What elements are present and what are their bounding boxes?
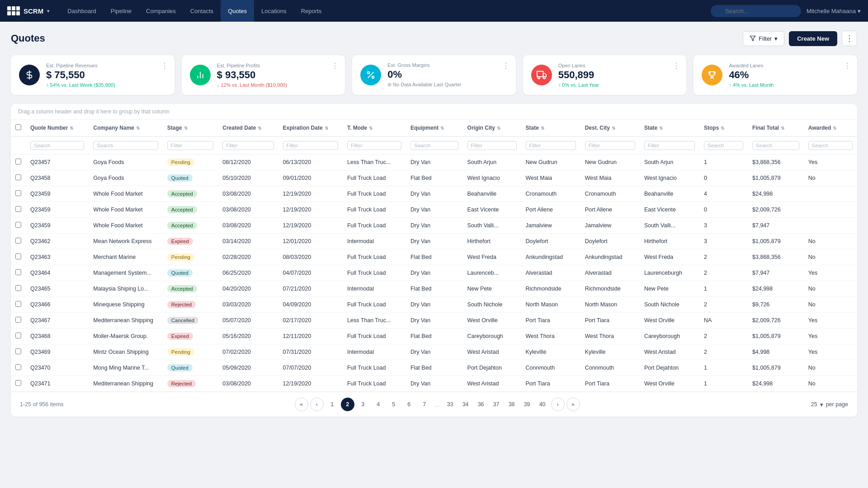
- row-checkbox-14[interactable]: [15, 380, 21, 386]
- col-header-expiration_date[interactable]: Expiration Date⇅: [278, 120, 343, 136]
- page-btn-3[interactable]: 3: [356, 398, 370, 411]
- row-checkbox-1[interactable]: [15, 174, 21, 180]
- col-header-state2[interactable]: State⇅: [640, 120, 699, 136]
- metric-body-est-gross-margins: Est. Gross Margins 0% ⊘ No Data Availabl…: [387, 62, 508, 88]
- col-header-equipment[interactable]: Equipment⇅: [406, 120, 463, 136]
- row-checkbox-2[interactable]: [15, 190, 21, 196]
- row-checkbox-7[interactable]: [15, 269, 21, 275]
- nav-item-locations[interactable]: Locations: [254, 0, 294, 22]
- page-btn-6[interactable]: 6: [402, 398, 416, 411]
- row-checkbox-11[interactable]: [15, 333, 21, 338]
- filter-input-state[interactable]: [526, 141, 576, 150]
- filter-input-origin_city[interactable]: [467, 141, 517, 150]
- col-header-quote_number[interactable]: Quote Number⇅: [26, 120, 89, 136]
- nav-item-companies[interactable]: Companies: [139, 0, 183, 22]
- row-checkbox-5[interactable]: [15, 238, 21, 244]
- metric-more-open-lanes[interactable]: ⋮: [673, 61, 680, 70]
- row-checkbox-10[interactable]: [15, 317, 21, 323]
- page-btn-37[interactable]: 37: [490, 398, 503, 411]
- page-btn-36[interactable]: 36: [474, 398, 488, 411]
- filter-input-dest_city[interactable]: [585, 141, 635, 150]
- col-header-awarded[interactable]: Awarded⇅: [804, 120, 857, 136]
- last-page[interactable]: »: [566, 398, 580, 411]
- search-input[interactable]: [711, 5, 801, 17]
- page-btn-39[interactable]: 39: [520, 398, 534, 411]
- metric-more-est-pipeline-revenues[interactable]: ⋮: [161, 61, 168, 70]
- page-btn-7[interactable]: 7: [418, 398, 431, 411]
- col-header-final_total[interactable]: Final Total⇅: [748, 120, 804, 136]
- col-header-state[interactable]: State⇅: [521, 120, 580, 136]
- cell-created_date: 05/10/2020: [218, 170, 278, 186]
- cell-expiration_date: 04/09/2020: [278, 297, 343, 313]
- page-btn-40[interactable]: 40: [536, 398, 549, 411]
- filter-button[interactable]: Filter ▾: [743, 31, 784, 46]
- stage-badge: Expired: [167, 238, 193, 245]
- page-btn-4[interactable]: 4: [372, 398, 385, 411]
- filter-input-equipment[interactable]: [410, 141, 458, 150]
- cell-dest_city: Port Tiara: [580, 313, 640, 328]
- col-header-stage[interactable]: Stage⇅: [163, 120, 218, 136]
- cell-stops: 1: [699, 155, 748, 170]
- nav-item-quotes[interactable]: Quotes: [221, 0, 254, 22]
- page-btn-1[interactable]: 1: [326, 398, 339, 411]
- metric-more-est-pipeline-profits[interactable]: ⋮: [331, 61, 339, 70]
- create-new-button[interactable]: Create New: [789, 31, 837, 46]
- cell-origin_city: West Orville: [463, 313, 521, 328]
- per-page-selector[interactable]: 25 ▾ per page: [811, 401, 848, 408]
- filter-input-quote_number[interactable]: [30, 141, 84, 150]
- cell-stops: 3: [699, 234, 748, 249]
- cell-company_name: Goya Foods: [89, 155, 162, 170]
- stage-badge: Cancelled: [167, 317, 198, 324]
- user-menu[interactable]: Mitchelle Mahaana ▾: [807, 8, 861, 14]
- filter-input-final_total[interactable]: [752, 141, 799, 150]
- page-btn-38[interactable]: 38: [505, 398, 519, 411]
- row-checkbox-12[interactable]: [15, 348, 21, 354]
- prev-page[interactable]: ‹: [310, 398, 324, 411]
- nav-item-reports[interactable]: Reports: [294, 0, 329, 22]
- metric-icon-open-lanes: [531, 65, 552, 85]
- svg-marker-11: [543, 73, 546, 76]
- table-row: Q23463Merchant MarinePending02/28/202008…: [11, 249, 857, 265]
- col-header-origin_city[interactable]: Origin City⇅: [463, 120, 521, 136]
- row-checkbox-9[interactable]: [15, 301, 21, 307]
- nav-item-contacts[interactable]: Contacts: [183, 0, 221, 22]
- col-header-t_mode[interactable]: T. Mode⇅: [343, 120, 406, 136]
- svg-point-13: [543, 77, 545, 79]
- metric-card-est-gross-margins: Est. Gross Margins 0% ⊘ No Data Availabl…: [352, 55, 516, 95]
- row-checkbox-6[interactable]: [15, 253, 21, 259]
- more-options-button[interactable]: ⋮: [842, 31, 857, 46]
- page-btn-33[interactable]: 33: [443, 398, 457, 411]
- col-header-company_name[interactable]: Company Name⇅: [89, 120, 162, 136]
- nav-item-dashboard[interactable]: Dashboard: [60, 0, 104, 22]
- filter-input-company_name[interactable]: [93, 141, 158, 150]
- brand-logo[interactable]: SCRM ▾: [7, 6, 49, 15]
- filter-input-stops[interactable]: [704, 141, 743, 150]
- page-btn-5[interactable]: 5: [387, 398, 401, 411]
- col-header-created_date[interactable]: Created Date⇅: [218, 120, 278, 136]
- row-checkbox-3[interactable]: [15, 206, 21, 212]
- row-checkbox-13[interactable]: [15, 364, 21, 370]
- row-checkbox-4[interactable]: [15, 222, 21, 228]
- filter-input-awarded[interactable]: [808, 141, 853, 150]
- next-page[interactable]: ›: [551, 398, 565, 411]
- metric-more-est-gross-margins[interactable]: ⋮: [502, 61, 509, 70]
- cell-stops: 0: [699, 170, 748, 186]
- filter-input-t_mode[interactable]: [347, 141, 401, 150]
- filter-input-state2[interactable]: [644, 141, 695, 150]
- first-page[interactable]: «: [295, 398, 308, 411]
- page-btn-34[interactable]: 34: [459, 398, 472, 411]
- cell-origin_city: South Nichole: [463, 297, 521, 313]
- filter-input-stage[interactable]: [167, 141, 213, 150]
- col-header-dest_city[interactable]: Dest. City⇅: [580, 120, 640, 136]
- filter-input-expiration_date[interactable]: [283, 141, 338, 150]
- row-checkbox-0[interactable]: [15, 159, 21, 164]
- page-btn-2[interactable]: 2: [341, 398, 354, 411]
- cell-dest_city: Port Allene: [580, 202, 640, 218]
- filter-row: [11, 136, 857, 155]
- nav-item-pipeline[interactable]: Pipeline: [104, 0, 139, 22]
- filter-input-created_date[interactable]: [222, 141, 274, 150]
- col-header-stops[interactable]: Stops⇅: [699, 120, 748, 136]
- select-all-checkbox[interactable]: [15, 124, 21, 130]
- metric-more-awarded-lanes[interactable]: ⋮: [844, 61, 851, 70]
- row-checkbox-8[interactable]: [15, 285, 21, 291]
